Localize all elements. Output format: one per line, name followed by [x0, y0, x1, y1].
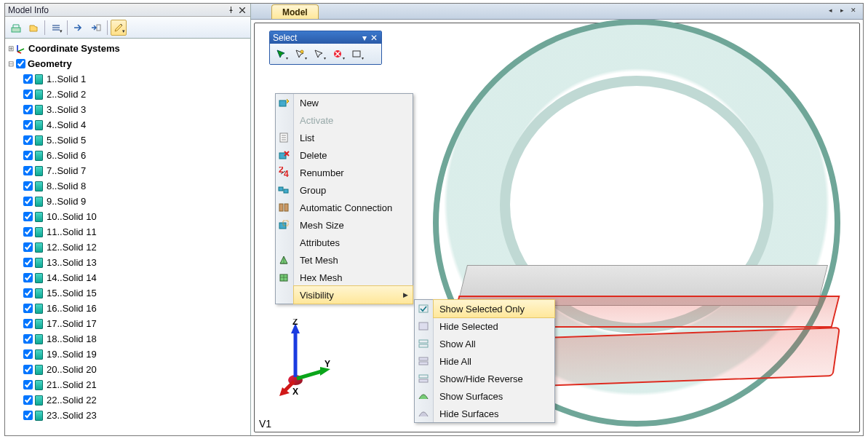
submenu-item-show-hide-reverse[interactable]: Show/Hide Reverse	[434, 370, 554, 387]
tree-node-solid[interactable]: 19..Solid 19	[7, 347, 247, 362]
tree-node-solid[interactable]: 18..Solid 18	[7, 331, 247, 347]
menu-item-delete[interactable]: Delete	[294, 146, 413, 164]
solid-checkbox[interactable]	[23, 349, 33, 359]
solid-checkbox[interactable]	[23, 227, 33, 237]
tree-node-solid[interactable]: 17..Solid 17	[7, 316, 247, 331]
tree[interactable]: ⊞ Coordinate Systems ⊟ Geometry 1..Solid…	[5, 39, 250, 435]
solid-checkbox[interactable]	[23, 197, 33, 206]
tree-node-solid[interactable]: 23..Solid 23	[7, 408, 247, 423]
solid-checkbox[interactable]	[23, 212, 33, 221]
tree-node-solid[interactable]: 20..Solid 20	[7, 362, 247, 377]
menu-item-new[interactable]: New	[294, 94, 413, 111]
tree-node-solid[interactable]: 21..Solid 21	[7, 377, 247, 392]
toolbar-btn-5[interactable]	[88, 20, 104, 36]
menu-item-automatic-connection[interactable]: Automatic Connection	[294, 199, 413, 216]
toolbar-btn-edit[interactable]: ▾	[111, 20, 127, 36]
tab-next-icon[interactable]: ▸	[837, 5, 847, 15]
tree-node-solid[interactable]: 11..Solid 11	[7, 224, 247, 240]
menu-item-tet-mesh[interactable]: Tet Mesh	[294, 251, 413, 269]
tree-node-coord-systems[interactable]: ⊞ Coordinate Systems	[7, 41, 247, 56]
solid-checkbox[interactable]	[23, 334, 33, 344]
submenu-item-show-all[interactable]: Show All	[434, 335, 554, 352]
menu-item-renumber[interactable]: 24Renumber	[294, 164, 413, 181]
submenu-item-hide-surfaces[interactable]: Hide Surfaces	[434, 405, 554, 422]
select-mode-3[interactable]: ▾	[311, 47, 327, 61]
solid-checkbox[interactable]	[23, 273, 33, 282]
toolbar-btn-4[interactable]	[71, 20, 87, 36]
tree-node-solid[interactable]: 8..Solid 8	[7, 178, 247, 194]
solid-checkbox[interactable]	[23, 242, 33, 252]
solid-checkbox[interactable]	[23, 181, 33, 191]
solid-checkbox[interactable]	[23, 120, 33, 130]
solid-checkbox[interactable]	[23, 411, 33, 420]
expand-icon[interactable]: ⊞	[7, 44, 15, 52]
toolbar-btn-1[interactable]	[8, 20, 24, 36]
toolbar-btn-2[interactable]	[25, 20, 41, 36]
submenu-item-show-surfaces[interactable]: Show Surfaces	[434, 387, 554, 405]
viewport[interactable]: Select ▾ ✕ ▾ ▾ ▾ ▾ ▾	[251, 20, 863, 435]
solid-checkbox[interactable]	[23, 258, 33, 267]
menu-item-group[interactable]: Group	[294, 181, 413, 199]
tree-node-geometry[interactable]: ⊟ Geometry	[7, 56, 247, 71]
submenu-item-hide-all[interactable]: Hide All	[434, 352, 554, 370]
svg-rect-10	[279, 187, 283, 191]
select-toolbar-title[interactable]: Select ▾ ✕	[270, 31, 381, 44]
tree-node-solid[interactable]: 12..Solid 12	[7, 240, 247, 255]
tree-node-solid[interactable]: 1..Solid 1	[7, 71, 247, 87]
tree-node-solid[interactable]: 4..Solid 4	[7, 117, 247, 133]
tree-node-solid[interactable]: 7..Solid 7	[7, 163, 247, 178]
pin-icon[interactable]	[226, 5, 236, 15]
solid-icon	[35, 273, 43, 283]
submenu-item-show-selected-only[interactable]: Show Selected Only	[434, 300, 554, 317]
collapse-icon[interactable]: ⊟	[7, 60, 15, 68]
solid-checkbox[interactable]	[23, 105, 33, 114]
menu-item-activate: Activate	[294, 111, 413, 129]
tab-prev-icon[interactable]: ◂	[825, 5, 835, 15]
menu-icon	[414, 352, 433, 370]
select-box[interactable]: ▾	[349, 47, 365, 61]
solid-checkbox[interactable]	[23, 151, 33, 160]
solid-label: 19..Solid 19	[47, 349, 97, 360]
solid-checkbox[interactable]	[23, 365, 33, 374]
tree-node-solid[interactable]: 5..Solid 5	[7, 133, 247, 148]
select-toolbar-menu-icon[interactable]: ▾	[359, 33, 369, 43]
solid-checkbox[interactable]	[23, 166, 33, 175]
axis-triad[interactable]: Z Y X	[276, 319, 335, 399]
select-clear[interactable]: ▾	[330, 47, 346, 61]
tree-node-solid[interactable]: 13..Solid 13	[7, 255, 247, 270]
tree-node-solid[interactable]: 16..Solid 16	[7, 301, 247, 316]
tree-node-solid[interactable]: 22..Solid 22	[7, 392, 247, 408]
menu-item-visibility[interactable]: Visibility▶	[294, 286, 413, 304]
tree-node-solid[interactable]: 15..Solid 15	[7, 285, 247, 301]
tree-node-solid[interactable]: 9..Solid 9	[7, 194, 247, 209]
menu-item-list[interactable]: List	[294, 129, 413, 146]
toolbar-btn-3[interactable]: ▾	[48, 20, 64, 36]
submenu-item-hide-selected[interactable]: Hide Selected	[434, 317, 554, 335]
solid-checkbox[interactable]	[23, 288, 33, 298]
close-icon[interactable]	[237, 5, 247, 15]
solid-checkbox[interactable]	[23, 319, 33, 328]
menu-item-hex-mesh[interactable]: Hex Mesh	[294, 269, 413, 286]
tab-model[interactable]: Model	[271, 4, 319, 19]
svg-rect-24	[419, 379, 428, 382]
solid-checkbox[interactable]	[23, 135, 33, 145]
solid-checkbox[interactable]	[23, 380, 33, 389]
menu-item-attributes[interactable]: Attributes	[294, 234, 413, 251]
solid-icon	[35, 380, 43, 390]
solid-checkbox[interactable]	[23, 90, 33, 99]
select-mode-2[interactable]: ▾	[292, 47, 308, 61]
select-mode-1[interactable]: ▾	[273, 47, 289, 61]
tree-node-solid[interactable]: 2..Solid 2	[7, 87, 247, 102]
solid-checkbox[interactable]	[23, 304, 33, 313]
solid-checkbox[interactable]	[23, 395, 33, 405]
select-toolbar-close-icon[interactable]: ✕	[369, 33, 378, 43]
menu-item-mesh-size[interactable]: Mesh Size	[294, 216, 413, 234]
tree-node-solid[interactable]: 14..Solid 14	[7, 270, 247, 285]
geometry-checkbox[interactable]	[16, 59, 25, 68]
tree-node-solid[interactable]: 6..Solid 6	[7, 148, 247, 163]
tree-node-solid[interactable]: 10..Solid 10	[7, 209, 247, 224]
tab-close-icon[interactable]: ✕	[848, 5, 859, 15]
select-toolbar[interactable]: Select ▾ ✕ ▾ ▾ ▾ ▾ ▾	[269, 31, 382, 65]
solid-checkbox[interactable]	[23, 74, 33, 84]
tree-node-solid[interactable]: 3..Solid 3	[7, 102, 247, 117]
